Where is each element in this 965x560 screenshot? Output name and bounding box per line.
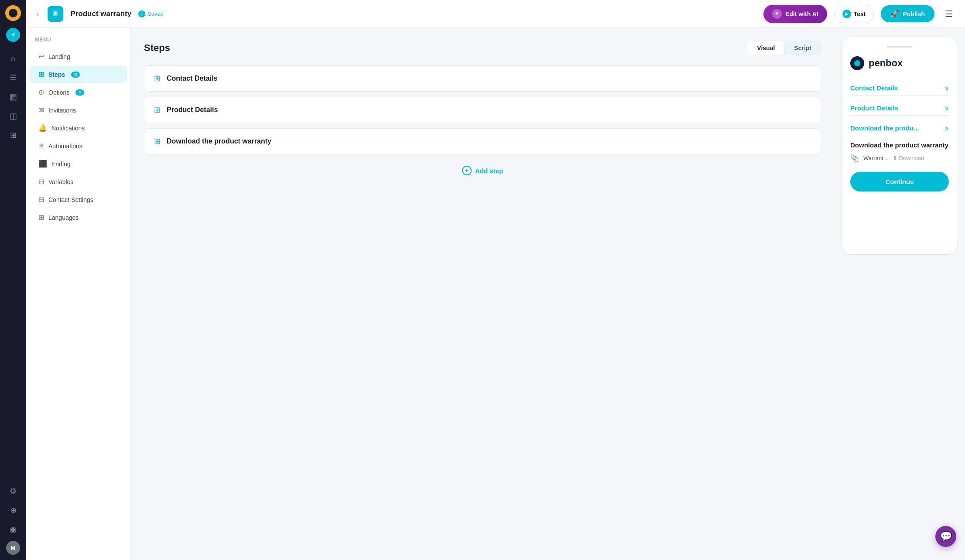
view-toggle: Visual Script — [747, 41, 821, 55]
add-user-icon[interactable]: ⊕ — [5, 502, 21, 518]
saved-badge: ✓ Saved — [138, 10, 164, 17]
contact-settings-icon: ⊟ — [38, 195, 44, 204]
sidebar-label-ending: Ending — [51, 160, 71, 167]
phone-mockup: penbox Contact Details ∨ Product Details… — [841, 37, 958, 255]
sidebar-item-contact-settings[interactable]: ⊟ Contact Settings — [30, 191, 127, 208]
chevron-down-contact: ∨ — [944, 85, 949, 92]
continue-button[interactable]: Continue — [850, 172, 949, 191]
nav-icon-grid[interactable]: ▦ — [5, 89, 21, 105]
penbox-logo — [850, 56, 864, 70]
ending-icon: ⬛ — [38, 160, 47, 168]
step-download-warranty[interactable]: ⊞ Download the product warranty — [144, 128, 821, 154]
plus-circle-icon: + — [462, 166, 472, 175]
sidebar-item-landing[interactable]: ↩ Landing — [30, 48, 127, 65]
step-download-icon: ⊞ — [154, 137, 161, 146]
preview-download-title: Download the produ... — [850, 124, 919, 132]
content-area: Menu ↩ Landing ⊞ Steps 3 ⊙ Options 1 ✉ I… — [26, 28, 965, 560]
app-logo[interactable] — [5, 5, 21, 21]
page-title: Product warranty — [70, 10, 131, 18]
automations-icon: ✳ — [38, 142, 44, 150]
sidebar-item-invitations[interactable]: ✉ Invitations — [30, 102, 127, 119]
notch-bar — [886, 46, 913, 48]
sidebar-item-options[interactable]: ⊙ Options 1 — [30, 84, 127, 101]
nav-icon-folder[interactable]: ◫ — [5, 108, 21, 124]
rocket-icon: 🚀 — [890, 10, 899, 18]
variables-icon: ⊟ — [38, 178, 44, 186]
add-step-button[interactable]: + Add step — [144, 160, 821, 181]
nav-icon-table[interactable]: ⊞ — [5, 127, 21, 143]
preview-section-download: Download the produ... ∧ Download the pro… — [850, 121, 949, 197]
sidebar-label-landing: Landing — [48, 53, 70, 60]
nav-icon-list[interactable]: ☰ — [5, 70, 21, 85]
nav-icon-home[interactable]: ⌂ — [5, 51, 21, 66]
ai-icon: ✦ — [772, 9, 782, 19]
preview-contact-title: Contact Details — [850, 84, 898, 92]
preview-file-row: 📎 Warrant... ⬇ Download — [850, 154, 949, 162]
penbox-name: penbox — [869, 58, 903, 69]
step-contact-icon: ⊞ — [154, 74, 161, 83]
download-link[interactable]: ⬇ Download — [893, 155, 924, 161]
script-view-button[interactable]: Script — [784, 41, 821, 55]
sidebar-label-invitations: Invitations — [48, 107, 76, 114]
add-step-label: Add step — [475, 167, 503, 174]
logo-inner — [9, 9, 17, 17]
sidebar-label-options: Options — [48, 89, 69, 96]
preview-panel: penbox Contact Details ∨ Product Details… — [834, 28, 965, 560]
step-contact-details[interactable]: ⊞ Contact Details — [144, 65, 821, 92]
group-icon[interactable]: ◉ — [5, 522, 21, 537]
preview-section-product-header[interactable]: Product Details ∨ — [850, 101, 949, 116]
sidebar-item-steps[interactable]: ⊞ Steps 3 — [30, 66, 127, 83]
sidebar-label-automations: Automations — [48, 143, 82, 150]
step-product-details[interactable]: ⊞ Product Details — [144, 97, 821, 123]
download-icon: ⬇ — [893, 155, 897, 161]
step-contact-label: Contact Details — [167, 75, 217, 82]
landing-icon: ↩ — [38, 52, 44, 61]
phone-notch — [850, 46, 949, 48]
chevron-down-product: ∨ — [944, 105, 949, 112]
visual-view-button[interactable]: Visual — [747, 41, 784, 55]
sidebar-item-variables[interactable]: ⊟ Variables — [30, 173, 127, 190]
top-bar: › Product warranty ✓ Saved ✦ Edit with A… — [26, 0, 965, 28]
languages-icon: ⊞ — [38, 213, 44, 222]
penbox-brand: penbox — [850, 56, 949, 70]
notifications-icon: 🔔 — [38, 124, 47, 132]
step-download-label: Download the product warranty — [167, 137, 271, 145]
options-badge: 1 — [75, 89, 84, 96]
sidebar-item-ending[interactable]: ⬛ Ending — [30, 155, 127, 172]
user-avatar[interactable]: M — [6, 541, 20, 555]
download-label: Download — [899, 155, 924, 161]
steps-icon: ⊞ — [38, 70, 44, 79]
panel-header: Steps Visual Script — [144, 41, 821, 55]
sidebar-item-notifications[interactable]: 🔔 Notifications — [30, 120, 127, 137]
sidebar-label-steps: Steps — [48, 71, 65, 78]
edit-ai-label: Edit with AI — [785, 10, 818, 17]
menu-hamburger[interactable]: ☰ — [941, 7, 956, 21]
sidebar-item-languages[interactable]: ⊞ Languages — [30, 209, 127, 226]
step-product-label: Product Details — [167, 106, 218, 114]
publish-label: Publish — [903, 10, 925, 17]
invitations-icon: ✉ — [38, 106, 44, 114]
edit-with-ai-button[interactable]: ✦ Edit with AI — [763, 5, 827, 23]
preview-product-title: Product Details — [850, 104, 898, 112]
chat-bubble-button[interactable]: 💬 — [935, 526, 956, 547]
chevron-up-download: ∧ — [944, 125, 949, 132]
test-label: Test — [854, 10, 866, 17]
sidebar-label-variables: Variables — [48, 178, 73, 185]
icon-bar: + ⌂ ☰ ▦ ◫ ⊞ ⚙ ⊕ ◉ M — [0, 0, 26, 560]
add-button[interactable]: + — [6, 28, 20, 42]
saved-label: Saved — [147, 10, 164, 17]
steps-title: Steps — [144, 42, 170, 54]
sidebar-item-automations[interactable]: ✳ Automations — [30, 137, 127, 154]
preview-section-download-header[interactable]: Download the produ... ∧ — [850, 121, 949, 135]
publish-button[interactable]: 🚀 Publish — [881, 5, 934, 22]
test-button[interactable]: ▶ Test — [834, 5, 874, 23]
preview-section-contact-header[interactable]: Contact Details ∨ — [850, 81, 949, 96]
check-circle-icon: ✓ — [138, 10, 145, 17]
collapse-button[interactable]: › — [35, 8, 41, 20]
preview-download-content: Download the product warranty 📎 Warrant.… — [850, 135, 949, 197]
play-icon: ▶ — [842, 10, 851, 18]
file-name: Warrant... — [863, 155, 888, 161]
main-panel: Steps Visual Script ⊞ Contact Details ⊞ … — [131, 28, 834, 560]
preview-section-product: Product Details ∨ — [850, 101, 949, 116]
settings-icon[interactable]: ⚙ — [5, 483, 21, 499]
